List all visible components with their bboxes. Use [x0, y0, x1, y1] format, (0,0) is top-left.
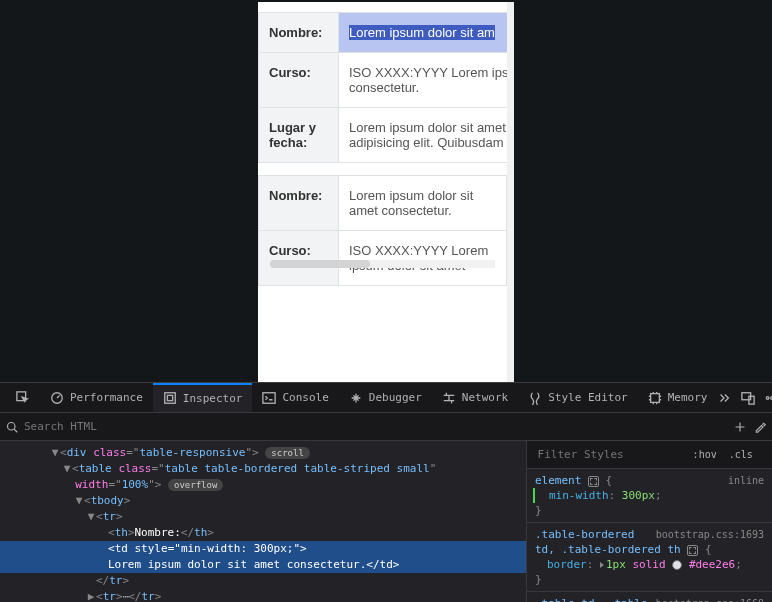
mobile-preview-scroll[interactable]: Nombre: Lorem ipsum dolor sit am Curso: … — [258, 2, 507, 382]
info-table-1: Nombre: Lorem ipsum dolor sit am Curso: … — [258, 12, 507, 163]
row-label: Nombre: — [259, 176, 339, 231]
devtools-tabbar: Performance Inspector Console Debugger N… — [0, 383, 772, 413]
css-rule-bordered[interactable]: bootstrap.css:1693 .table-bordered td, .… — [527, 523, 772, 592]
hov-toggle[interactable]: :hov — [689, 447, 721, 462]
tab-style-editor[interactable]: Style Editor — [518, 383, 637, 412]
svg-rect-2 — [165, 393, 176, 404]
selected-node[interactable]: <td style="min-width: 300px;"> — [0, 541, 526, 557]
table-row: Nombre: Lorem ipsum dolor sit amet conse… — [259, 176, 507, 231]
row-value: ISO XXXX:YYYY Lorem ipsum dolor sit amet… — [339, 53, 508, 108]
markup-search-bar — [0, 413, 772, 441]
tab-console[interactable]: Console — [252, 383, 338, 412]
eyedropper-icon[interactable] — [754, 421, 766, 433]
search-icon — [6, 421, 18, 433]
filter-icon — [533, 449, 534, 461]
add-node-icon[interactable] — [734, 421, 746, 433]
mobile-preview-frame: Nombre: Lorem ipsum dolor sit am Curso: … — [258, 2, 514, 382]
row-label: Curso: — [259, 53, 339, 108]
flex-icon[interactable] — [588, 476, 599, 487]
tab-performance[interactable]: Performance — [40, 383, 153, 412]
svg-rect-4 — [263, 392, 275, 403]
svg-rect-3 — [167, 395, 172, 400]
row-label: Lugar y fecha: — [259, 108, 339, 163]
kebab-menu-icon[interactable] — [765, 391, 772, 405]
markup-view[interactable]: ▼<div class="table-responsive"> scroll ▼… — [0, 441, 526, 602]
row-value: ISO XXXX:YYYY Lorem ipsum dolor sit amet — [339, 231, 507, 286]
table-row: Nombre: Lorem ipsum dolor sit am — [259, 13, 508, 53]
info-table-2: Nombre: Lorem ipsum dolor sit amet conse… — [258, 175, 507, 286]
tab-debugger[interactable]: Debugger — [339, 383, 432, 412]
flex-icon[interactable] — [687, 545, 698, 556]
element-picker-button[interactable] — [6, 383, 40, 412]
responsive-mode-icon[interactable] — [741, 391, 755, 405]
css-rule-inline[interactable]: inline element { min-width: 300px; } — [527, 469, 772, 523]
devtools-panel: Performance Inspector Console Debugger N… — [0, 382, 772, 602]
tabs-overflow-icon[interactable] — [717, 391, 731, 405]
overflow-badge[interactable]: overflow — [168, 479, 223, 491]
horizontal-scrollbar[interactable] — [270, 260, 495, 268]
tab-memory[interactable]: Memory — [638, 383, 718, 412]
row-value: Lorem ipsum dolor sit amet consectetur. — [339, 176, 507, 231]
color-swatch[interactable] — [672, 560, 682, 570]
page-viewport: Nombre: Lorem ipsum dolor sit am Curso: … — [0, 0, 772, 382]
svg-point-11 — [8, 422, 16, 430]
light-icon[interactable] — [765, 449, 766, 461]
filter-styles-input[interactable] — [538, 448, 685, 461]
row-value-highlighted[interactable]: Lorem ipsum dolor sit am — [339, 13, 508, 53]
svg-point-8 — [767, 396, 770, 399]
devtools-body: ▼<div class="table-responsive"> scroll ▼… — [0, 441, 772, 602]
search-html-input[interactable] — [24, 420, 728, 433]
add-rule-icon[interactable] — [761, 449, 762, 461]
styles-panel: :hov .cls inline element { min-width: 30… — [526, 441, 772, 602]
row-label: Nombre: — [259, 13, 339, 53]
expand-icon[interactable] — [600, 562, 604, 568]
scroll-badge[interactable]: scroll — [265, 447, 310, 459]
scrollbar-thumb[interactable] — [270, 260, 370, 268]
table-row: Lugar y fecha: Lorem ipsum dolor sit ame… — [259, 108, 508, 163]
table-row: Curso: ISO XXXX:YYYY Lorem ipsum dolor s… — [259, 53, 508, 108]
table-row: Curso: ISO XXXX:YYYY Lorem ipsum dolor s… — [259, 231, 507, 286]
cls-toggle[interactable]: .cls — [725, 447, 757, 462]
row-label: Curso: — [259, 231, 339, 286]
svg-rect-5 — [650, 393, 659, 402]
tab-inspector[interactable]: Inspector — [153, 383, 253, 412]
css-rule-table[interactable]: bootstrap.css:1668 .table td, .table th … — [527, 592, 772, 602]
tab-network[interactable]: Network — [432, 383, 518, 412]
row-value: Lorem ipsum dolor sit amet consectetur a… — [339, 108, 508, 163]
